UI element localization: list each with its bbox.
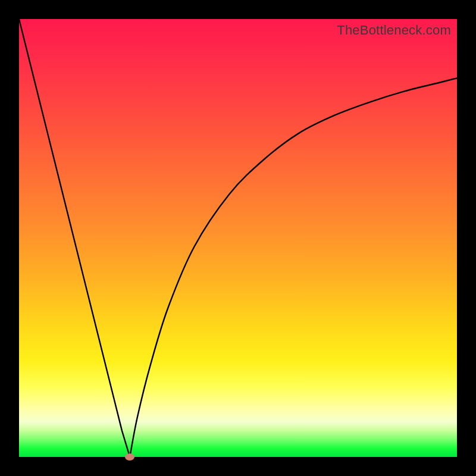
bottleneck-curve xyxy=(19,19,457,457)
chart-frame: TheBottleneck.com xyxy=(0,0,476,476)
plot-area: TheBottleneck.com xyxy=(19,19,457,457)
optimal-point-marker xyxy=(125,453,134,461)
